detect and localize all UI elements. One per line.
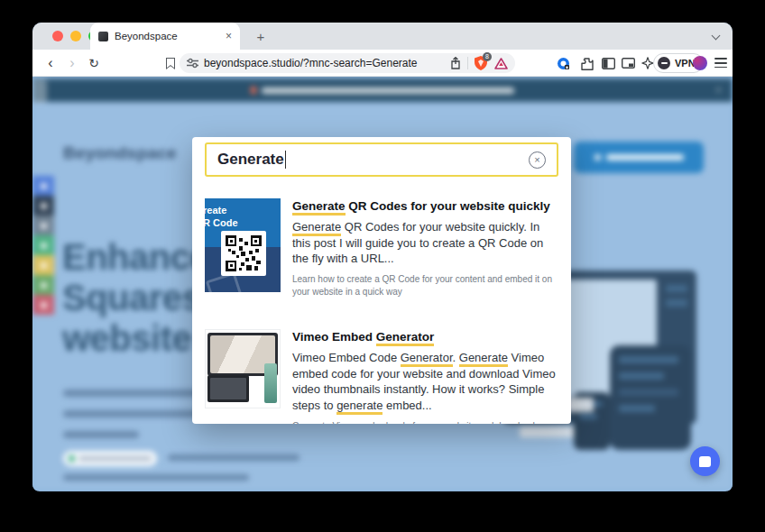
clear-search-icon[interactable]: × [529, 151, 546, 169]
tab-beyondspace[interactable]: Beyondspace × [90, 23, 240, 50]
chat-widget-button[interactable] [690, 446, 720, 476]
minimize-window-button[interactable] [70, 31, 81, 41]
text-caret [285, 151, 287, 169]
bookmark-icon[interactable] [166, 58, 175, 69]
profile-avatar[interactable] [693, 56, 707, 70]
privacy-hub-icon[interactable] [556, 56, 570, 70]
reload-button[interactable]: ↻ [85, 50, 103, 77]
qr-code-image [221, 231, 266, 276]
brave-rewards-icon[interactable] [494, 58, 508, 69]
share-icon[interactable] [450, 57, 461, 69]
menu-icon[interactable] [714, 58, 727, 69]
search-input[interactable]: Generate × [205, 142, 558, 177]
brave-shields-icon[interactable]: 8 [475, 56, 488, 70]
tab-search-chevron-icon[interactable] [713, 32, 720, 40]
urlbar-divider [467, 57, 468, 69]
site-settings-icon[interactable] [187, 58, 198, 69]
search-results: reate R Code [192, 198, 571, 424]
search-input-value: Generate [217, 151, 284, 169]
url-text[interactable]: beyondspace.studio/?mnc-search=Generate [204, 57, 417, 69]
result-thumbnail-vimeo [205, 329, 281, 408]
search-result-qr-codes[interactable]: reate R Code [205, 198, 558, 298]
back-button[interactable]: ‹ [41, 50, 60, 77]
tab-favicon-cube-icon [98, 32, 108, 41]
tab-close-icon[interactable]: × [226, 30, 232, 42]
forward-button[interactable]: › [63, 50, 81, 77]
sidebar-icon[interactable] [601, 56, 615, 70]
close-window-button[interactable] [52, 31, 63, 41]
chat-bubble-icon [699, 456, 711, 467]
search-modal: Generate × reate R Code [192, 137, 571, 424]
result-title: Vimeo Embed Generator [292, 330, 558, 344]
url-bar[interactable]: beyondspace.studio/?mnc-search=Generate … [180, 53, 515, 73]
result-snippet: Vimeo Embed Code Generator. Generate Vim… [292, 350, 558, 414]
thumb-phone-strip [264, 363, 277, 403]
wallet-icon[interactable] [621, 56, 635, 70]
tab-title: Beyondspace [115, 31, 219, 41]
result-description: Learn how to create a QR Code for your c… [292, 273, 558, 298]
browser-window: Beyondspace × + ‹ › ↻ beyondspace.studio… [32, 23, 733, 491]
result-snippet: Generate QR Codes for your website quick… [292, 219, 558, 267]
vpn-status-icon [658, 57, 670, 69]
new-tab-button[interactable]: + [251, 26, 271, 46]
extensions-icon[interactable] [579, 56, 594, 70]
toolbar: ‹ › ↻ beyondspace.studio/?mnc-search=Gen… [32, 50, 733, 77]
shields-count-badge: 8 [483, 52, 492, 61]
tab-bar: Beyondspace × + [32, 23, 733, 50]
result-title: Generate QR Codes for your website quick… [292, 199, 558, 213]
search-result-vimeo-embed[interactable]: Vimeo Embed Generator Vimeo Embed Code G… [205, 329, 558, 424]
page-viewport: × Beyondspace Enhance Squares website [32, 77, 733, 491]
thumb-tablet [207, 375, 249, 402]
result-description: Generate Vimeo embed code for your websi… [292, 420, 558, 424]
result-thumbnail-qr: reate R Code [205, 198, 281, 292]
